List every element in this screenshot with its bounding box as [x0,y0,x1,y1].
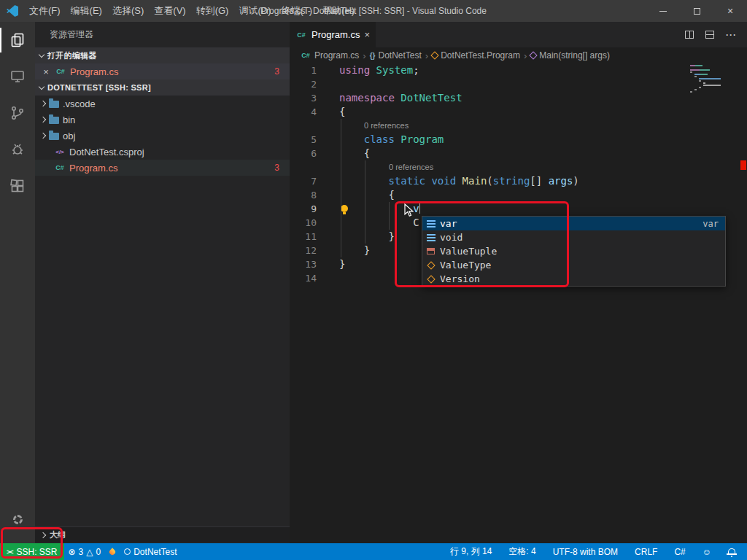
code-token: v [413,203,419,214]
eol-setting[interactable]: CRLF [630,543,662,560]
chevron-right-icon [40,117,46,122]
code-line-current[interactable]: 9 v [290,202,747,216]
line-number[interactable]: 7 [290,174,332,188]
breadcrumb-file[interactable]: C# Program.cs [300,50,359,61]
open-editor-item[interactable]: × C# Program.cs 3 [35,63,290,79]
minimap[interactable] [690,65,735,93]
line-number[interactable]: 13 [290,257,332,271]
menu-view[interactable]: 查看(V) [149,0,190,22]
maximize-button[interactable] [680,0,713,22]
close-button[interactable]: × [713,0,747,22]
source-control-icon[interactable] [0,95,35,131]
code-token: Program [400,133,444,145]
editor-layout-icon[interactable] [705,31,714,39]
title-bar: 文件(F) 编辑(E) 选择(S) 查看(V) 转到(G) 调试(D) 终端(T… [0,0,747,22]
csharp-file-icon: C# [300,52,311,59]
feedback-smiley-icon[interactable]: ☺ [698,543,716,560]
class-symbol-icon [427,275,435,283]
line-number[interactable]: 10 [290,216,332,230]
remote-explorer-icon[interactable] [0,58,35,95]
codelens-label[interactable]: 0 references [364,119,409,133]
omnisharp-status[interactable] [105,543,120,560]
project-section-header[interactable]: DOTNETTEST [SSH: SSR] [35,79,290,96]
indent-guide [341,119,341,257]
line-number[interactable]: 8 [290,188,332,202]
suggest-item-void[interactable]: void [422,230,725,244]
suggest-item-version[interactable]: Version [422,272,725,286]
line-number[interactable]: 3 [290,91,332,105]
tree-item-vscode-folder[interactable]: .vscode [35,96,290,112]
menu-go[interactable]: 转到(G) [191,0,234,22]
codelens-references[interactable]: 0 references [290,160,747,174]
code-token: [] [530,175,548,187]
breadcrumb: C# Program.cs › {} DotNetTest › DotNetTe… [290,47,747,63]
line-number[interactable]: 6 [290,147,332,160]
line-number[interactable]: 4 [290,105,332,119]
line-number[interactable]: 11 [290,230,332,244]
problems-indicator[interactable]: ⊗ 3 △ 0 [64,543,106,560]
line-number[interactable]: 14 [290,271,332,285]
line-number[interactable]: 5 [290,133,332,147]
menu-edit[interactable]: 编辑(E) [66,0,107,22]
line-number[interactable]: 2 [290,77,332,91]
extensions-icon[interactable] [0,168,35,204]
language-mode[interactable]: C# [670,543,689,560]
code-token: ; [413,64,419,76]
close-tab-icon[interactable]: × [364,29,370,40]
code-token: { [339,189,395,201]
breadcrumb-namespace[interactable]: {} DotNetTest [370,50,422,61]
breadcrumb-method[interactable]: Main(string[] args) [530,50,610,61]
suggest-item-var[interactable]: var var [422,217,725,230]
menu-file[interactable]: 文件(F) [24,0,66,22]
code-line[interactable]: 6 { [290,147,747,160]
remote-indicator[interactable]: >< SSH: SSR [0,543,64,560]
encoding-setting[interactable]: UTF-8 with BOM [549,543,622,560]
indentation-setting[interactable]: 空格: 4 [504,543,540,560]
sidebar-title: 资源管理器 [35,22,290,47]
chevron-right-icon [40,101,46,106]
project-selector[interactable]: DotNetTest [120,543,181,560]
code-line[interactable]: 7 static void Main(string[] args) [290,174,747,188]
code-line[interactable]: 1 using System; [290,63,747,77]
line-number[interactable]: 9 [290,202,332,216]
line-number[interactable]: 12 [290,244,332,257]
tab-program-cs[interactable]: C# Program.cs × [290,22,376,47]
more-actions-icon[interactable]: ··· [726,30,737,40]
tree-item-obj-folder[interactable]: obj [35,128,290,144]
suggest-item-valuetuple[interactable]: ValueTuple [422,244,725,258]
code-editor[interactable]: 1 using System; 2 3 namespace DotNetTest… [290,63,747,543]
indent-guide [365,160,365,244]
remote-icon: >< [7,548,13,556]
line-number[interactable]: 1 [290,63,332,77]
code-token: static void [388,175,462,187]
menu-selection[interactable]: 选择(S) [107,0,149,22]
debug-icon[interactable] [0,131,35,168]
code-line[interactable]: 2 [290,77,747,91]
code-line[interactable]: 4 { [290,105,747,119]
lightbulb-icon[interactable] [341,205,348,212]
notifications-bell-icon[interactable] [724,543,740,560]
warning-count: 0 [96,547,101,557]
error-icon: ⊗ [69,547,76,557]
minimize-button[interactable] [646,0,680,22]
suggest-detail: var [703,219,725,229]
chevron-down-icon [39,51,44,57]
cursor-position[interactable]: 行 9, 列 14 [446,543,496,560]
close-editor-icon[interactable]: × [41,66,51,77]
split-editor-icon[interactable] [685,31,694,39]
outline-section-header[interactable]: 大纲 [35,526,290,542]
suggest-item-valuetype[interactable]: ValueType [422,258,725,272]
code-line[interactable]: 8 { [290,188,747,202]
explorer-icon[interactable] [0,22,35,58]
tree-item-program-cs[interactable]: C# Program.cs 3 [35,160,290,176]
tree-item-bin-folder[interactable]: bin [35,112,290,128]
code-line[interactable]: 3 namespace DotNetTest [290,91,747,105]
open-editors-header[interactable]: 打开的编辑器 [35,47,290,63]
code-line[interactable]: 5 class Program [290,133,747,147]
codelens-label[interactable]: 0 references [389,160,433,174]
settings-gear-icon[interactable] [0,501,35,537]
tree-item-csproj[interactable]: </> DotNetTest.csproj [35,144,290,160]
breadcrumb-class[interactable]: DotNetTest.Program [432,50,520,61]
codelens-references[interactable]: 0 references [290,119,747,133]
csharp-file-icon: C# [295,31,307,39]
